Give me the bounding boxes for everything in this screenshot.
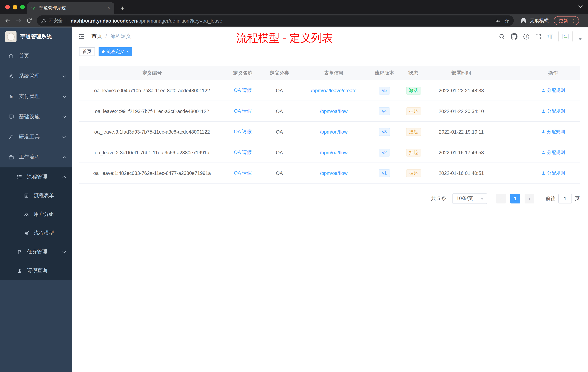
logo-avatar — [5, 31, 17, 42]
tab-search-chevron-icon[interactable] — [578, 5, 583, 8]
tag-home[interactable]: 首页 — [79, 47, 95, 56]
sidebar-toggle-icon[interactable] — [78, 33, 85, 40]
table-row: oa_leave:3:1fad3d93-7b75-11ec-a3c8-acde4… — [79, 121, 580, 142]
screen: 芋道管理系统 × + 不安全 dashboard.yudao.iocoder.c… — [0, 0, 588, 372]
fullscreen-icon[interactable] — [535, 33, 541, 40]
definition-name-link[interactable]: OA 请假 — [234, 170, 252, 176]
sidebar-item-dev-tools[interactable]: 研发工具 — [0, 127, 72, 147]
definition-name-link[interactable]: OA 请假 — [234, 149, 252, 155]
version-badge: v5 — [379, 87, 390, 94]
page-size-select[interactable]: 10条/页 — [452, 193, 487, 204]
definition-category: OA — [261, 88, 298, 93]
next-page-button[interactable]: › — [525, 194, 534, 203]
fontsize-icon[interactable]: TT — [547, 34, 553, 39]
assign-rule-link[interactable]: 分配规则 — [541, 170, 565, 176]
total-count: 共 5 条 — [431, 195, 446, 202]
browser-tab[interactable]: 芋道管理系统 × — [27, 2, 115, 14]
status-badge: 激活 — [406, 87, 421, 94]
table-row: oa_leave:5:004b710b-7b8a-11ec-8ef0-acde4… — [79, 80, 580, 101]
definition-name-link[interactable]: OA 请假 — [234, 88, 252, 93]
form-link[interactable]: /bpm/oa/flow — [320, 108, 348, 114]
sidebar-item-process-management[interactable]: 流程管理 — [0, 167, 72, 186]
tags-view: 首页 流程定义 × — [72, 45, 588, 58]
definition-name-link[interactable]: OA 请假 — [234, 108, 252, 114]
caret-down-icon[interactable] — [578, 38, 582, 40]
assign-rule-link[interactable]: 分配规则 — [541, 149, 565, 156]
deployed-time: 2022-01-16 17:46:53 — [428, 150, 495, 155]
address-bar[interactable]: 不安全 dashboard.yudao.iocoder.cn/bpm/manag… — [37, 15, 514, 26]
key-icon[interactable] — [495, 18, 501, 23]
sidebar: 芋道管理系统 首页 系统管理 ¥ 支付管理 — [0, 27, 72, 372]
table-header: 定义编号 定义名称 定义分类 表单信息 流程版本 状态 部署时间 操作 — [79, 66, 580, 80]
zoom-window-button[interactable] — [20, 5, 25, 10]
assign-rule-link[interactable]: 分配规则 — [541, 129, 565, 135]
tab-title: 芋道管理系统 — [39, 5, 105, 11]
form-link[interactable]: /bpm/oa/leave/create — [311, 88, 356, 93]
breadcrumb-home[interactable]: 首页 — [92, 33, 102, 40]
chevron-down-icon — [62, 136, 66, 138]
active-dot — [102, 50, 105, 53]
definition-table: 定义编号 定义名称 定义分类 表单信息 流程版本 状态 部署时间 操作 oa_l… — [79, 66, 580, 184]
sidebar-item-user-group[interactable]: 用户分组 — [0, 205, 72, 224]
incognito-badge: 无痕模式 — [520, 17, 549, 24]
sidebar-item-payment[interactable]: ¥ 支付管理 — [0, 86, 72, 107]
table-row: oa_leave:1:482ec033-762a-11ec-8477-a2380… — [79, 163, 580, 184]
definition-category: OA — [261, 170, 298, 176]
question-icon[interactable]: ? — [523, 33, 529, 40]
reload-icon[interactable] — [26, 18, 32, 24]
status-badge: 挂起 — [406, 169, 421, 177]
update-label[interactable]: 更新 — [559, 17, 568, 24]
form-link[interactable]: /bpm/oa/flow — [320, 170, 348, 176]
deployed-time: 2022-01-22 21:48:38 — [428, 88, 495, 93]
assign-rule-link[interactable]: 分配规则 — [541, 108, 565, 114]
version-badge: v2 — [379, 149, 390, 156]
update-chip[interactable]: 更新 ⋮ — [554, 16, 579, 25]
omnibox-separator — [67, 18, 67, 23]
navbar: 首页 / 流程定义 流程模型 - 定义列表 ? — [72, 27, 588, 45]
sidebar-item-leave-query[interactable]: 请假查询 — [0, 261, 72, 280]
definition-name-link[interactable]: OA 请假 — [234, 129, 252, 134]
sidebar-item-infrastructure[interactable]: 基础设施 — [0, 107, 72, 127]
paper-plane-icon — [23, 230, 29, 236]
back-icon[interactable] — [5, 17, 11, 24]
definition-id: oa_leave:2:3c1f0ef1-76b1-11ec-9c66-a2380… — [79, 150, 225, 155]
assign-rule-link[interactable]: 分配规则 — [541, 87, 565, 94]
search-icon[interactable] — [499, 33, 505, 40]
page-button-1[interactable]: 1 — [510, 194, 520, 203]
goto-page-input[interactable] — [558, 194, 572, 203]
bookmark-star-icon[interactable]: ☆ — [504, 18, 509, 23]
new-tab-button[interactable]: + — [120, 5, 125, 12]
sidebar-item-task-management[interactable]: 任务管理 — [0, 242, 72, 261]
avatar[interactable] — [558, 31, 573, 42]
tag-close-icon[interactable]: × — [126, 50, 129, 54]
breadcrumb-separator: / — [105, 33, 107, 40]
sidebar-item-process-model[interactable]: 流程模型 — [0, 224, 72, 242]
forward-icon[interactable] — [15, 17, 22, 24]
github-icon[interactable] — [511, 33, 517, 40]
tag-process-definition[interactable]: 流程定义 × — [99, 47, 132, 56]
close-window-button[interactable] — [5, 5, 10, 10]
chevron-up-icon — [62, 156, 66, 159]
version-badge: v4 — [379, 107, 390, 115]
sidebar-item-workflow[interactable]: 工作流程 — [0, 147, 72, 167]
browser-toolbar: 不安全 dashboard.yudao.iocoder.cn/bpm/manag… — [0, 14, 588, 27]
security-label[interactable]: 不安全 — [49, 17, 63, 24]
sidebar-item-process-form[interactable]: 流程表单 — [0, 186, 72, 205]
sidebar-item-home[interactable]: 首页 — [0, 46, 72, 66]
tab-close-icon[interactable]: × — [108, 5, 111, 11]
sidebar-item-system[interactable]: 系统管理 — [0, 66, 72, 86]
minimize-window-button[interactable] — [13, 5, 17, 10]
status-badge: 挂起 — [406, 107, 421, 115]
version-badge: v1 — [379, 169, 390, 177]
users-icon — [23, 211, 29, 217]
definition-id: oa_leave:1:482ec033-762a-11ec-8477-a2380… — [79, 170, 225, 176]
chevron-down-icon — [62, 115, 66, 118]
browser-menu-kebab-icon[interactable]: ⋮ — [571, 18, 576, 23]
prev-page-button[interactable]: ‹ — [496, 194, 506, 203]
list-icon — [17, 174, 22, 180]
form-link[interactable]: /bpm/oa/flow — [320, 150, 348, 155]
version-badge: v3 — [379, 128, 390, 136]
deployed-time: 2022-01-22 19:19:11 — [428, 129, 495, 134]
sidebar-logo[interactable]: 芋道管理系统 — [0, 27, 72, 46]
form-link[interactable]: /bpm/oa/flow — [320, 129, 348, 134]
